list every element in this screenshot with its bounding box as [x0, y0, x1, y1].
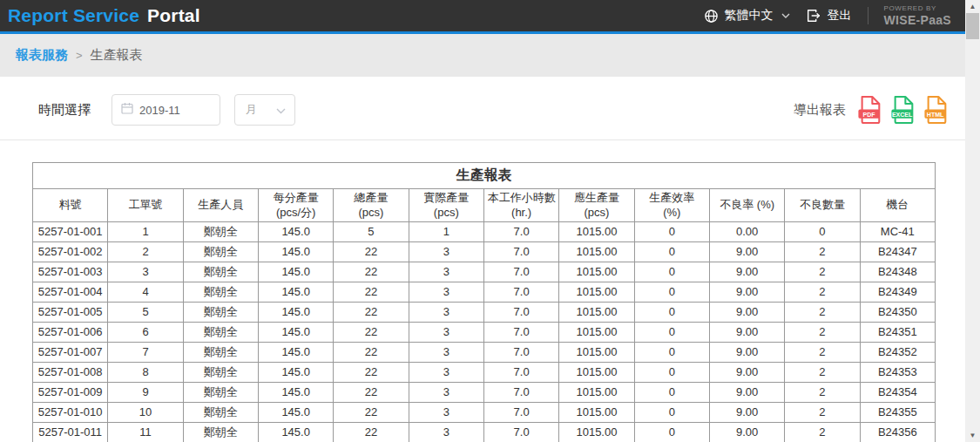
column-header: 實際產量 (pcs)	[409, 189, 483, 222]
table-cell: 145.0	[258, 323, 333, 343]
table-cell: 7.0	[483, 222, 558, 242]
table-cell: 7.0	[483, 323, 558, 343]
language-selector[interactable]: 繁體中文	[704, 8, 790, 24]
export-group: 導出報表 PDF EXCEL	[794, 95, 950, 125]
table-cell: B24353	[860, 363, 935, 383]
table-cell: 5	[334, 222, 409, 242]
chevron-down-icon	[781, 13, 790, 18]
table-row: 5257-01-0066鄭朝全145.02237.01015.0009.002B…	[33, 323, 936, 343]
table-cell: 22	[334, 403, 409, 423]
column-header: 生產人員	[183, 189, 258, 222]
logout-icon	[806, 8, 821, 24]
table-title: 生產報表	[33, 163, 936, 189]
table-cell: 鄭朝全	[183, 262, 258, 282]
column-header: 應生產量 (pcs)	[559, 189, 634, 222]
breadcrumb: 報表服務 > 生產報表	[0, 34, 965, 77]
table-cell: 22	[334, 323, 409, 343]
vertical-scrollbar[interactable]: ▲ ▼	[965, 0, 980, 442]
export-html-button[interactable]: HTML	[923, 95, 950, 125]
report-table: 生產報表 料號工單號生產人員每分產量 (pcs/分)總產量 (pcs)實際產量 …	[32, 162, 936, 442]
table-cell: 9.00	[709, 403, 784, 423]
table-cell: 1015.00	[559, 383, 634, 403]
table-cell: 鄭朝全	[183, 383, 258, 403]
chevron-down-icon	[276, 102, 286, 118]
table-cell: 2	[785, 403, 860, 423]
table-cell: 5257-01-002	[33, 242, 108, 262]
date-input[interactable]: 2019-11	[112, 94, 220, 126]
export-excel-button[interactable]: EXCEL	[890, 95, 916, 125]
table-cell: 5257-01-005	[33, 303, 108, 323]
table-cell: B24351	[860, 323, 935, 343]
table-cell: 145.0	[258, 303, 333, 323]
table-cell: 鄭朝全	[183, 323, 258, 343]
table-cell: 145.0	[258, 282, 333, 303]
header-divider	[868, 7, 868, 24]
scrollbar-thumb[interactable]	[966, 13, 979, 39]
page: Report Service Portal 繁體中文 登出 P	[0, 0, 965, 442]
table-cell: 0	[634, 303, 709, 323]
table-cell: 9.00	[709, 383, 784, 403]
table-title-row: 生產報表	[33, 163, 936, 189]
table-cell: 7.0	[483, 363, 558, 383]
table-cell: 10	[108, 403, 183, 423]
table-cell: 2	[785, 303, 860, 323]
table-cell: B24356	[860, 423, 935, 442]
table-cell: 145.0	[258, 423, 333, 442]
table-cell: 3	[108, 262, 183, 282]
table-cell: 9.00	[709, 242, 784, 262]
table-cell: 22	[334, 242, 409, 262]
breadcrumb-parent-link[interactable]: 報表服務	[16, 47, 68, 64]
column-header: 不良數量	[785, 189, 860, 222]
table-cell: 145.0	[258, 383, 333, 403]
powered-by: POWERED BY WISE-PaaS	[884, 4, 953, 26]
column-header: 總產量 (pcs)	[334, 189, 409, 222]
table-header-row: 料號工單號生產人員每分產量 (pcs/分)總產量 (pcs)實際產量 (pcs)…	[33, 189, 936, 222]
table-cell: 2	[785, 282, 860, 303]
table-cell: 1015.00	[559, 222, 634, 242]
table-cell: 0	[634, 323, 709, 343]
filter-row: 時間選擇 2019-11 月 導出報表 PDF	[38, 94, 950, 126]
table-cell: 7.0	[483, 282, 558, 303]
table-cell: B24350	[860, 303, 935, 323]
column-header: 每分產量 (pcs/分)	[258, 189, 333, 222]
table-cell: B24354	[860, 383, 935, 403]
table-cell: 9.00	[709, 363, 784, 383]
period-select[interactable]: 月	[234, 94, 295, 126]
powered-by-brand: WISE-PaaS	[884, 13, 951, 27]
table-cell: 3	[409, 303, 483, 323]
table-row: 5257-01-0044鄭朝全145.02237.01015.0009.002B…	[33, 282, 936, 303]
table-cell: 145.0	[258, 343, 333, 363]
table-cell: 3	[409, 262, 483, 282]
table-cell: 7.0	[483, 423, 558, 442]
table-cell: 1015.00	[559, 242, 634, 262]
export-pdf-button[interactable]: PDF	[857, 95, 883, 125]
table-cell: 11	[108, 423, 183, 442]
table-cell: 1015.00	[559, 423, 634, 442]
table-cell: 7.0	[483, 343, 558, 363]
logout-button[interactable]: 登出	[806, 8, 852, 24]
table-cell: B24347	[860, 242, 935, 262]
table-body: 5257-01-0011鄭朝全145.0517.01015.0000.000MC…	[33, 222, 936, 442]
table-cell: 2	[785, 262, 860, 282]
table-cell: 5257-01-006	[33, 323, 108, 343]
scroll-up-arrow-icon[interactable]: ▲	[965, 0, 980, 13]
table-cell: 0	[634, 363, 709, 383]
table-cell: 7.0	[483, 403, 558, 423]
table-cell: 3	[409, 282, 483, 303]
table-cell: 145.0	[258, 222, 333, 242]
table-row: 5257-01-01111鄭朝全145.02237.01015.0009.002…	[33, 423, 936, 442]
table-cell: 1015.00	[559, 282, 634, 303]
table-cell: 2	[785, 343, 860, 363]
column-header: 本工作小時數 (hr.)	[483, 189, 558, 222]
scroll-down-arrow-icon[interactable]: ▼	[965, 429, 980, 442]
table-cell: 2	[785, 323, 860, 343]
logout-label: 登出	[828, 8, 852, 24]
table-cell: 1015.00	[559, 323, 634, 343]
table-cell: 1	[409, 222, 483, 242]
table-cell: 22	[334, 423, 409, 442]
table-cell: 鄭朝全	[183, 403, 258, 423]
table-cell: 9.00	[709, 343, 784, 363]
brand-name: Report Service	[8, 5, 139, 26]
table-cell: 3	[409, 403, 483, 423]
table-cell: 3	[409, 423, 483, 442]
